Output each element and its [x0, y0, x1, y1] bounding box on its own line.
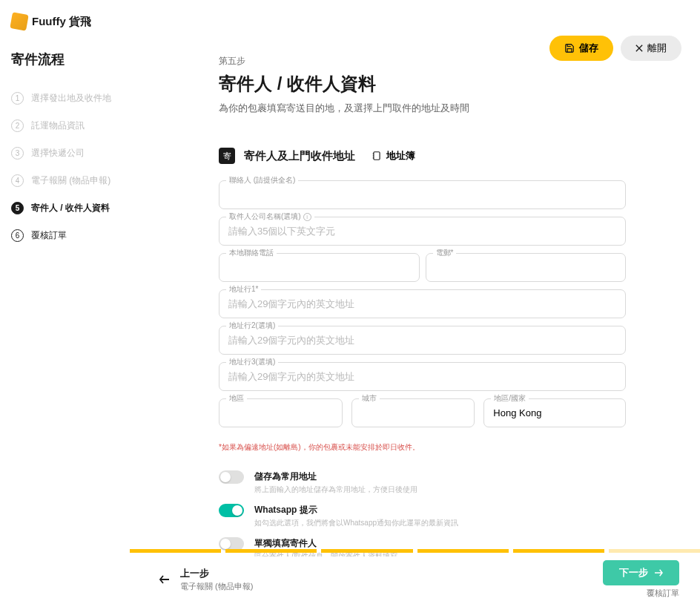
- progress-seg: [417, 549, 509, 553]
- step-label: 選擇快遞公司: [31, 147, 85, 160]
- progress-seg: [225, 549, 317, 553]
- arrow-right-icon: [654, 569, 663, 577]
- phone-label: 本地聯絡電話: [226, 248, 277, 258]
- sidebar-item-items[interactable]: 2託運物品資訊: [11, 112, 130, 139]
- addr2-row: 地址行2(選填): [219, 326, 626, 355]
- addr3-row: 地址行3(選填): [219, 362, 626, 391]
- address-book-button[interactable]: 地址簿: [372, 149, 415, 162]
- toggle-save-addr: 儲存為常用地址 將上面輸入的地址儲存為常用地址，方便日後使用: [219, 466, 626, 499]
- city-row: 城市: [351, 398, 475, 427]
- progress-seg: [321, 549, 412, 553]
- address-book-label: 地址簿: [386, 149, 415, 162]
- progress-bar: [130, 549, 700, 553]
- sidebar-item-customs[interactable]: 4電子報關 (物品申報): [11, 167, 130, 194]
- page-subtitle: 為你的包裹填寫寄送目的地，及選擇上門取件的地址及時間: [219, 102, 626, 115]
- sidebar: Fuuffy 貨飛 寄件流程 1選擇發出地及收件地 2託運物品資訊 3選擇快遞公…: [0, 0, 130, 601]
- step-label: 選擇發出地及收件地: [31, 92, 111, 105]
- sidebar-steps: 1選擇發出地及收件地 2託運物品資訊 3選擇快遞公司 4電子報關 (物品申報) …: [11, 85, 130, 249]
- step-label: 寄件人 / 收件人資料: [31, 202, 110, 214]
- toggle-title: 單獨填寫寄件人: [254, 537, 397, 550]
- addr1-input[interactable]: [219, 289, 626, 318]
- sender-badge: 寄: [219, 148, 235, 164]
- main-content: 第五步 寄件人 / 收件人資料 為你的包裹填寫寄送目的地，及選擇上門取件的地址及…: [130, 0, 700, 601]
- page-title: 寄件人 / 收件人資料: [219, 72, 626, 96]
- step-num: 3: [11, 147, 24, 160]
- contact-row: 聯絡人 (請提供全名): [219, 180, 626, 209]
- sender-section-title: 寄件人及上門收件地址: [244, 149, 355, 163]
- back-text: 上一步 電子報關 (物品申報): [180, 567, 253, 592]
- step-num: 4: [11, 174, 24, 187]
- step-label: 電子報關 (物品申報): [31, 174, 110, 187]
- sidebar-item-sender[interactable]: 5寄件人 / 收件人資料: [11, 194, 130, 222]
- info-icon[interactable]: i: [303, 213, 311, 221]
- remote-note: *如果為偏遠地址(如離島)，你的包裹或未能安排於即日收件。: [219, 442, 626, 453]
- next-label: 下一步: [619, 566, 648, 579]
- step-label: 第五步: [219, 55, 626, 68]
- toggle-desc: 如勾选此選項，我們將會以Whatsapp通知你此運單的最新資訊: [254, 518, 458, 528]
- toggle-title: 儲存為常用地址: [254, 470, 417, 483]
- addr2-label: 地址行2(選填): [226, 321, 278, 331]
- svg-rect-0: [374, 152, 380, 160]
- progress-seg: [609, 549, 700, 553]
- company-row: 取件人公司名稱(選填)i: [219, 217, 626, 246]
- country-label: 地區/國家: [491, 393, 529, 404]
- toggle-whatsapp-switch[interactable]: [219, 504, 244, 517]
- step-num: 1: [11, 92, 24, 105]
- district-label: 地區: [226, 393, 247, 404]
- step-num: 2: [11, 119, 24, 132]
- next-button[interactable]: 下一步: [603, 560, 679, 585]
- email-row: 電郵*: [426, 253, 627, 282]
- sidebar-item-review[interactable]: 6覆核訂單: [11, 222, 130, 249]
- logo[interactable]: Fuuffy 貨飛: [11, 13, 130, 30]
- addr1-row: 地址行1*: [219, 289, 626, 318]
- addr2-input[interactable]: [219, 326, 626, 355]
- step-label: 託運物品資訊: [31, 119, 85, 132]
- toggle-text: 儲存為常用地址 將上面輸入的地址儲存為常用地址，方便日後使用: [254, 470, 417, 495]
- arrow-left-icon: [159, 575, 170, 584]
- next-sublabel: 覆核訂單: [603, 588, 679, 599]
- addr3-label: 地址行3(選填): [226, 357, 278, 367]
- toggle-text: Whatsapp 提示 如勾选此選項，我們將會以Whatsapp通知你此運單的最…: [254, 504, 458, 528]
- back-button[interactable]: 上一步 電子報關 (物品申報): [159, 567, 253, 592]
- addr1-label: 地址行1*: [226, 284, 261, 295]
- toggle-whatsapp: Whatsapp 提示 如勾选此選項，我們將會以Whatsapp通知你此運單的最…: [219, 499, 626, 533]
- address-book-icon: [372, 151, 382, 161]
- sender-section-header: 寄 寄件人及上門收件地址 地址簿: [219, 148, 626, 164]
- back-label: 上一步: [180, 567, 253, 580]
- logo-text: Fuuffy 貨飛: [32, 15, 91, 29]
- addr3-input[interactable]: [219, 362, 626, 391]
- sidebar-item-courier[interactable]: 3選擇快遞公司: [11, 139, 130, 167]
- sidebar-title: 寄件流程: [11, 50, 130, 68]
- email-label: 電郵*: [433, 248, 457, 258]
- country-row: 地區/國家: [483, 398, 626, 427]
- progress-seg: [130, 549, 221, 553]
- step-label: 覆核訂單: [31, 229, 67, 242]
- sidebar-item-origin[interactable]: 1選擇發出地及收件地: [11, 85, 130, 112]
- step-num: 6: [11, 229, 24, 242]
- progress-seg: [513, 549, 604, 553]
- toggle-save-addr-switch[interactable]: [219, 470, 244, 484]
- city-label: 城市: [359, 393, 380, 404]
- contact-label: 聯絡人 (請提供全名): [226, 175, 298, 185]
- footer: 上一步 電子報關 (物品申報) 下一步 覆核訂單: [130, 556, 700, 601]
- back-sublabel: 電子報關 (物品申報): [180, 581, 253, 592]
- toggle-title: Whatsapp 提示: [254, 504, 458, 516]
- next-area: 下一步 覆核訂單: [603, 560, 679, 599]
- step-num: 5: [11, 202, 24, 214]
- box-icon: [10, 12, 28, 30]
- phone-row: 本地聯絡電話: [219, 253, 420, 282]
- company-label: 取件人公司名稱(選填)i: [226, 211, 314, 222]
- toggle-desc: 將上面輸入的地址儲存為常用地址，方便日後使用: [254, 485, 417, 495]
- district-row: 地區: [219, 398, 343, 427]
